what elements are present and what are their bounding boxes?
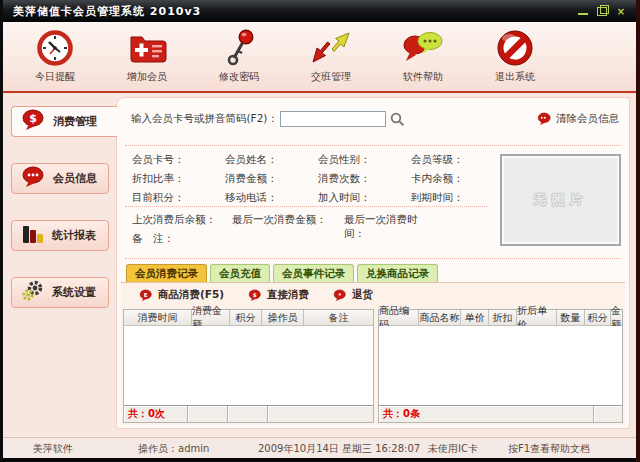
column-header[interactable]: 折扣 [489,310,517,325]
column-header[interactable]: 单价 [461,310,489,325]
tab-content: E 商品消费(F5) $ 直接消费 退货 [121,282,625,425]
direct-consume-label: 直接消费 [267,288,309,302]
column-header[interactable]: 消费金额 [192,310,230,325]
status-help-hint: 按F1查看帮助文档 [508,442,590,456]
red-bubble-icon: E [139,289,153,302]
status-operator: 操作员：admin [138,442,209,456]
maximize-button[interactable] [597,7,607,16]
exit-prohibition-icon [495,27,535,69]
body: $ 消费管理 会员信息 统计报表 系统设置 输入会员卡号或拼音简码(F2)： [3,93,636,437]
magnifier-icon [390,112,405,127]
goods-consume-label: 商品消费(F5) [158,288,224,302]
footer-segment [188,406,228,422]
tab-consume-records[interactable]: 会员消费记录 [126,264,207,282]
sidebar-item-system-settings[interactable]: 系统设置 [11,277,109,308]
field-label-card-no: 会员卡号： [132,153,225,167]
toolbar-item-exit-system[interactable]: 退出系统 [469,22,561,91]
clear-member-info-button[interactable]: 清除会员信息 [537,112,619,126]
shift-arrows-icon [310,27,352,69]
bar-chart-icon [21,223,45,248]
window-title: 美萍储值卡会员管理系统 2010v3 [13,4,201,19]
consume-records-table: 消费时间 消费金额 积分 操作员 备注 共：0次 [123,309,374,423]
goods-table-footer: 共：0条 [379,405,622,422]
tab-recharge[interactable]: 会员充值 [210,264,270,282]
member-photo-placeholder: 无照片 [500,154,621,246]
goods-records-table: 商品编码 商品名称 单价 折扣 折后单价 数量 积分 金额 共：0条 [378,309,623,423]
toolbar-label: 修改密码 [219,70,259,84]
toolbar-label: 退出系统 [495,70,535,84]
field-label-name: 会员姓名： [225,153,318,167]
field-label-gender: 会员性别： [318,153,411,167]
window-controls: × [578,7,626,16]
search-button[interactable] [390,112,405,127]
goods-table-header: 商品编码 商品名称 单价 折扣 折后单价 数量 积分 金额 [379,310,622,326]
sidebar-item-consume-management[interactable]: $ 消费管理 [11,106,117,137]
close-button[interactable]: × [616,7,626,16]
svg-text:E: E [144,291,148,297]
field-label-card-balance: 卡内余额： [411,172,504,186]
column-header[interactable]: 商品名称 [419,310,461,325]
sidebar-item-label: 系统设置 [52,285,96,300]
red-bubble-icon [333,289,347,302]
toolbar-item-software-help[interactable]: 软件帮助 [377,22,469,91]
sidebar-item-statistics-report[interactable]: 统计报表 [11,220,109,251]
field-label-remark: 备 注： [132,232,225,246]
field-label-discount: 折扣比率： [132,172,225,186]
record-count: 共：0条 [379,406,594,422]
toolbar-label: 今日提醒 [35,70,75,84]
goods-consume-button[interactable]: E 商品消费(F5) [139,288,224,302]
sidebar-item-label: 统计报表 [52,228,96,243]
column-header[interactable]: 备注 [304,310,373,325]
toolbar-label: 软件帮助 [403,70,443,84]
window-bottom-border [3,458,636,462]
money-bubble-icon: $ [21,109,46,134]
tab-event-records[interactable]: 会员事件记录 [273,264,354,282]
field-label-join-time: 加入时间： [318,191,411,205]
column-header[interactable]: 金额 [611,310,622,325]
status-datetime: 2009年10月14日 星期三 16:28:07 [258,442,420,456]
sidebar-item-label: 会员信息 [53,171,97,186]
clock-icon [36,27,74,69]
help-bubbles-icon [401,27,445,69]
footer-segment [268,406,373,422]
return-goods-button[interactable]: 退货 [333,288,373,302]
toolbar-label: 交班管理 [311,70,351,84]
toolbar-item-today-reminder[interactable]: 今日提醒 [9,22,101,91]
column-header[interactable]: 数量 [557,310,585,325]
footer-segment [594,406,622,422]
field-label-last-consume-amount: 最后一次消费金额： [232,213,344,241]
toolbar: 今日提醒 增加会员 修改密码 [3,22,636,91]
sidebar-item-member-info[interactable]: 会员信息 [11,163,109,194]
column-header[interactable]: 积分 [585,310,611,325]
column-header[interactable]: 操作员 [262,310,304,325]
column-header[interactable]: 消费时间 [124,310,192,325]
column-header[interactable]: 折后单价 [517,310,557,325]
member-fields-remark: 备 注： [132,232,225,246]
member-fields-row3: 目前积分： 移动电话： 加入时间： 到期时间： [132,191,504,205]
consume-table-header: 消费时间 消费金额 积分 操作员 备注 [124,310,373,326]
toolbar-item-change-password[interactable]: 修改密码 [193,22,285,91]
gears-icon [21,280,45,305]
member-fields-row1: 会员卡号： 会员姓名： 会员性别： 会员等级： [132,153,504,167]
member-fields-row2: 折扣比率： 消费金额： 消费次数： 卡内余额： [132,172,504,186]
dotted-divider [125,206,487,207]
record-tabs: 会员消费记录 会员充值 会员事件记录 兑换商品记录 [126,264,438,282]
titlebar: 美萍储值卡会员管理系统 2010v3 × [3,0,636,22]
field-label-points: 目前积分： [132,191,225,205]
minimize-button[interactable] [578,8,588,15]
toolbar-item-add-member[interactable]: 增加会员 [101,22,193,91]
column-header[interactable]: 商品编码 [379,310,419,325]
key-icon [221,27,257,69]
tab-exchange-records[interactable]: 兑换商品记录 [357,264,438,282]
field-label-level: 会员等级： [411,153,504,167]
column-header[interactable]: 积分 [230,310,262,325]
search-input[interactable] [280,111,386,127]
app-window: 美萍储值卡会员管理系统 2010v3 × 今日提醒 [0,0,640,462]
statusbar: 美萍软件 操作员：admin 2009年10月14日 星期三 16:28:07 … [3,438,636,458]
toolbar-item-shift-management[interactable]: 交班管理 [285,22,377,91]
direct-consume-button[interactable]: $ 直接消费 [248,288,309,302]
footer-segment [228,406,268,422]
status-ic-card: 未使用IC卡 [428,442,478,456]
return-goods-label: 退货 [352,288,373,302]
dotted-divider [125,145,621,146]
